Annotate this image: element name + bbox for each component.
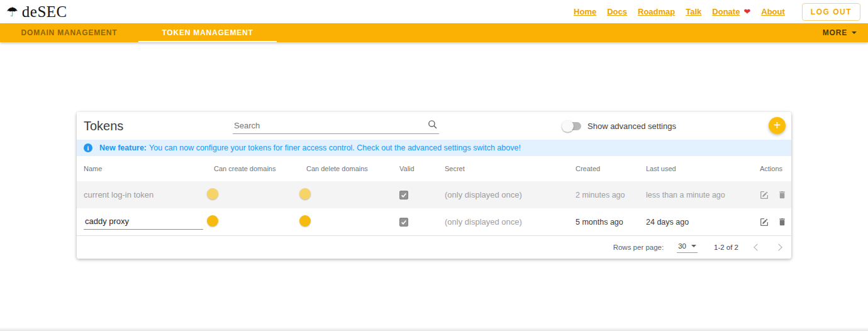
brand-logo[interactable]: ☂ deSEC <box>6 3 67 21</box>
token-last-used: less than a minute ago <box>646 191 759 199</box>
col-valid: Valid <box>399 165 445 172</box>
toggle-off-icon[interactable] <box>562 122 581 130</box>
table-row: (only displayed once) 5 months ago 24 da… <box>77 208 791 235</box>
token-name-input[interactable] <box>84 215 203 230</box>
table-row: current log-in token (only displayed onc… <box>77 181 791 208</box>
nav-link-donate[interactable]: Donate <box>712 7 740 16</box>
col-actions: Actions <box>760 165 791 172</box>
advanced-settings-toggle[interactable]: Show advanced settings <box>562 121 676 131</box>
col-created: Created <box>576 165 646 172</box>
advanced-settings-label: Show advanced settings <box>587 121 676 131</box>
edit-icon <box>759 217 769 227</box>
delete-icon <box>777 190 787 199</box>
top-nav: Home Docs Roadmap Talk Donate ❤ About LO… <box>574 3 860 21</box>
tab-bar: DOMAIN MANAGEMENT TOKEN MANAGEMENT MORE <box>0 23 868 42</box>
token-created: 5 months ago <box>576 218 646 227</box>
col-can-create: Can create domains <box>214 165 306 172</box>
token-name: current log-in token <box>77 190 214 199</box>
nav-link-talk[interactable]: Talk <box>686 7 701 16</box>
delete-icon <box>777 217 787 227</box>
tokens-card: Tokens Show advanced settings + i New fe… <box>77 112 791 259</box>
tab-domain-management[interactable]: DOMAIN MANAGEMENT <box>0 23 138 42</box>
banner-bold: New feature: <box>99 143 147 152</box>
search-icon <box>427 119 438 132</box>
nav-link-roadmap[interactable]: Roadmap <box>638 7 675 16</box>
pager <box>755 245 781 250</box>
token-last-used: 24 days ago <box>646 218 759 227</box>
delete-token-button[interactable] <box>777 217 787 227</box>
page-title: Tokens <box>77 119 123 133</box>
banner-text: New feature:You can now configure your t… <box>99 143 521 152</box>
umbrella-icon: ☂ <box>6 5 18 18</box>
info-icon: i <box>84 143 92 152</box>
token-secret: (only displayed once) <box>445 190 576 199</box>
edit-token-button[interactable] <box>759 217 769 227</box>
top-header: ☂ deSEC Home Docs Roadmap Talk Donate ❤ … <box>0 0 868 23</box>
info-banner: i New feature:You can now configure your… <box>77 140 791 156</box>
heart-icon: ❤ <box>743 7 750 16</box>
chevron-down-icon <box>852 31 857 34</box>
chevron-right-icon[interactable] <box>775 244 782 250</box>
table-footer: Rows per page: 30 1-2 of 2 <box>77 235 791 259</box>
table-header-row: Name Can create domains Can delete domai… <box>77 156 791 181</box>
card-header: Tokens Show advanced settings + <box>77 112 791 140</box>
nav-link-home[interactable]: Home <box>574 7 596 16</box>
pagination-range: 1-2 of 2 <box>714 244 738 251</box>
token-created: 2 minutes ago <box>576 191 646 199</box>
more-label: MORE <box>823 28 847 37</box>
delete-token-button[interactable] <box>777 190 787 199</box>
search-field <box>233 118 439 134</box>
col-last-used: Last used <box>646 165 759 172</box>
valid-checkbox[interactable] <box>399 191 408 199</box>
edit-token-button[interactable] <box>759 190 769 200</box>
rows-per-page-label: Rows per page: <box>613 244 664 251</box>
valid-checkbox[interactable] <box>399 218 408 227</box>
col-can-delete: Can delete domains <box>306 165 399 172</box>
col-name: Name <box>77 165 214 172</box>
nav-link-docs[interactable]: Docs <box>607 7 627 16</box>
nav-link-about[interactable]: About <box>761 7 785 16</box>
tab-token-management[interactable]: TOKEN MANAGEMENT <box>138 23 277 42</box>
edit-icon <box>759 190 769 200</box>
window-bottom-shadow <box>0 327 868 331</box>
chevron-left-icon[interactable] <box>754 244 760 250</box>
search-input[interactable] <box>233 118 439 134</box>
rows-per-page-value: 30 <box>678 242 686 250</box>
logout-button[interactable]: LOG OUT <box>802 3 860 21</box>
add-token-button[interactable]: + <box>769 117 786 134</box>
chevron-down-icon <box>691 245 696 247</box>
plus-icon: + <box>774 118 781 132</box>
rows-per-page-select[interactable]: 30 <box>677 242 698 253</box>
token-secret: (only displayed once) <box>445 217 576 227</box>
more-menu[interactable]: MORE <box>811 23 868 42</box>
brand-name: deSEC <box>22 3 67 21</box>
col-secret: Secret <box>445 165 576 172</box>
